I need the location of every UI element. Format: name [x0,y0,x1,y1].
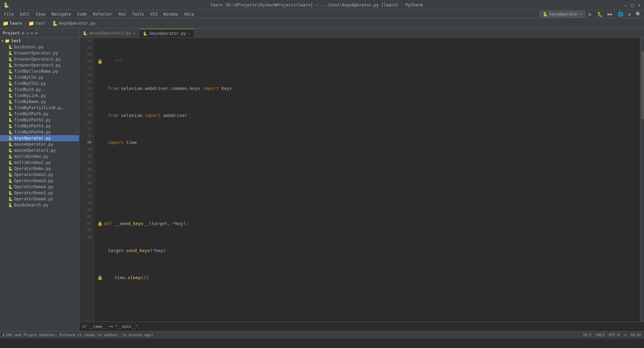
linenum-30: 30 [82,112,91,119]
sidebar-item-findbyclassname[interactable]: 🐍 findByClassName.py [0,68,79,74]
sidebar-item-operatordemo2[interactable]: 🐍 OperatorDemo2.py [0,172,79,178]
sidebar-item-mouseoperator[interactable]: 🐍 mouseOperator.py [0,141,79,147]
editor-scrollbar[interactable] [640,38,644,322]
file-icon: 🐍 [52,21,58,26]
sidebar-sort-icon[interactable]: ⇅ [31,31,33,35]
sidebar-item-findbyxpath[interactable]: 🐍 findByXPath.py [0,111,79,117]
sidebar-item-findbyid[interactable]: 🐍 findById.py [0,86,79,93]
menu-refactor[interactable]: Refactor [90,11,115,17]
sidebar-item-browseroperator2[interactable]: 🐍 browserOperator2.py [0,56,79,62]
sidebar-item-baidutest[interactable]: 🐍 baidutest.py [0,44,79,50]
py-file-icon: 🐍 [8,57,13,61]
title-icon: 🐍 [3,2,9,8]
vcs-button[interactable]: ≡ [627,11,632,18]
sidebar-item-findbypartiallink[interactable]: 🐍 findByPartialLink.p… [0,105,79,111]
menu-tools[interactable]: Tools [129,11,147,17]
bottom-navigation-bar: if __name__ == "__main__" [79,322,644,331]
menu-edit[interactable]: Edit [17,11,32,17]
breadcrumb-sep1: › [24,21,26,26]
sidebar-item-findbyxpath2[interactable]: 🐍 findByXPath2.py [0,117,79,123]
py-file-icon: 🐍 [8,148,13,153]
sidebar-item-findbycss[interactable]: 🐍 findByCSS.py [0,74,79,80]
run-coverage-button[interactable]: ▶▶ [606,11,614,17]
indent-icon: ⇥ [624,333,626,337]
menu-navigate[interactable]: Navigate [49,11,74,17]
linenum-25: 25 [82,78,91,85]
py-file-icon: 🐍 [8,203,13,207]
editor-area: 🐍 mouseOperator2.py ✕ 🐍 keysOperator.py … [79,28,644,331]
debug-button[interactable]: 🐛 [596,11,604,18]
run-config-area: 🐍 keysOperator ▾ ▶ 🐛 ▶▶ 🌐 ≡ 🔍 [540,10,643,18]
menu-help[interactable]: Help [182,11,197,17]
breadcrumb-file[interactable]: keysOperator.py [59,21,96,26]
code-editor[interactable]: 19 20 21 22 23 24 25 26 27 28 29 30 31 3… [79,38,644,322]
scrollbar-thumb[interactable] [641,51,644,119]
code-content[interactable]: 🔒 """ from selenium.webdriver.common.key… [95,38,640,322]
status-bar: ℹ IDE and Plugin Updates: PyCharm is rea… [0,331,644,339]
sidebar-item-operatordemo6[interactable]: 🐍 OperatorDemo6.py [0,196,79,202]
py-file-icon: 🐍 [8,197,13,201]
breadcrumb-learn[interactable]: learn [10,21,22,26]
sidebar-item-operatordemo[interactable]: 🐍 OperatorDemo.py [0,166,79,172]
tab-close-keysoperator[interactable]: ✕ [188,32,190,35]
breadcrumb-bar: 📁 learn › 📁 test › 🐍 keysOperator.py [0,18,644,28]
linenum-32: 32 [82,126,91,132]
sidebar-item-multiwindow[interactable]: 🐍 multiWindow.py [0,153,79,159]
encoding-indicator[interactable]: UTF-8 [609,333,620,337]
sidebar-item-operatordemo3[interactable]: 🐍 OperatorDemo3.py [0,178,79,184]
code-line-25: 🔒 def __send_keys__(target, *key): [97,220,640,227]
code-line-27: 🔒 time.sleep(2) [97,274,640,281]
code-line-22: import time [97,139,640,146]
close-button[interactable]: ✕ [638,2,641,8]
menu-window[interactable]: Window [161,11,181,17]
sidebar-item-operatordemo5[interactable]: 🐍 OperatorDemo5.py [0,190,79,196]
run-config-dropdown[interactable]: 🐍 keysOperator ▾ [540,11,585,18]
code-line-23 [97,166,640,173]
menu-vcs[interactable]: VCS [147,11,160,17]
sidebar-item-findbylink[interactable]: 🐍 findByLink.py [0,93,79,99]
sidebar-header: Project ⚙ ↺ ⇅ ⊟ [0,28,79,38]
sidebar-item-mouseoperator2[interactable]: 🐍 mouseOperator2.py [0,147,79,153]
menu-run[interactable]: Run [116,11,129,17]
sidebar-item-multiwindow2[interactable]: 🐍 multiWindow2.py [0,159,79,166]
linenum-36: 36 [82,153,91,159]
profile-button[interactable]: 🌐 [616,11,625,18]
sidebar-item-findbyxpath3[interactable]: 🐍 findByXPath3.py [0,123,79,129]
main-layout: Project ⚙ ↺ ⇅ ⊟ ▼ 📁 test 🐍 baidutest.py … [0,28,644,331]
code-line-20: from selenium.webdriver.common.keys impo… [97,85,640,92]
menu-view[interactable]: View [33,11,48,17]
sidebar-item-baidusearch[interactable]: 🐍 BaiduSearch.py [0,202,79,208]
search-everywhere-button[interactable]: 🔍 [634,11,643,18]
linenum-42: 42 [82,193,91,200]
tab-close-mouseoperator2[interactable]: ✕ [133,31,135,35]
linenum-45: 45 [82,214,91,220]
sidebar-collapse-icon[interactable]: ⊟ [35,31,37,35]
breadcrumb-test[interactable]: test [35,21,45,26]
menu-code[interactable]: Code [75,11,90,17]
sidebar-settings-icon[interactable]: ⚙ [22,31,24,35]
sidebar-item-operatordemo4[interactable]: 🐍 OperatorDemo4.py [0,184,79,190]
menu-file[interactable]: File [1,11,17,17]
tabs-bar: 🐍 mouseOperator2.py ✕ 🐍 keysOperator.py … [79,28,644,38]
bottom-nav-content: if __name__ == "__main__" [82,324,138,329]
time-display: 10:42 [630,333,641,337]
sidebar-item-findbyname[interactable]: 🐍 findByName.py [0,99,79,105]
sidebar-item-findbycss2[interactable]: 🐍 findByCSS2.py [0,80,79,86]
sidebar-refresh-icon[interactable]: ↺ [26,31,29,35]
sidebar-item-findbyxpath4[interactable]: 🐍 findByXPath4.py [0,129,79,135]
menu-bar: File Edit View Navigate Code Refactor Ru… [0,10,644,18]
tab-keysoperator[interactable]: 🐍 keysOperator.py ✕ [139,29,194,38]
py-file-icon: 🐍 [8,124,13,128]
sidebar-item-keysoperator[interactable]: 🐍 keysOperator.py [0,135,79,141]
sidebar-root-folder[interactable]: ▼ 📁 test [0,38,79,44]
maximize-button[interactable]: □ [631,2,634,8]
crlf-indicator[interactable]: CRLF [596,333,605,337]
py-tab-icon2: 🐍 [143,31,147,36]
minimize-button[interactable]: — [624,2,627,8]
sidebar-item-browseroperator[interactable]: 🐍 browserOperator.py [0,50,79,56]
sidebar-item-browseroperator3[interactable]: 🐍 browserOperator3.py [0,62,79,68]
run-button[interactable]: ▶ [587,10,594,18]
tab-mouseoperator2[interactable]: 🐍 mouseOperator2.py ✕ [79,29,139,38]
line-col-indicator[interactable]: 35:1 [583,333,592,337]
linenum-26: 26 [82,85,91,92]
